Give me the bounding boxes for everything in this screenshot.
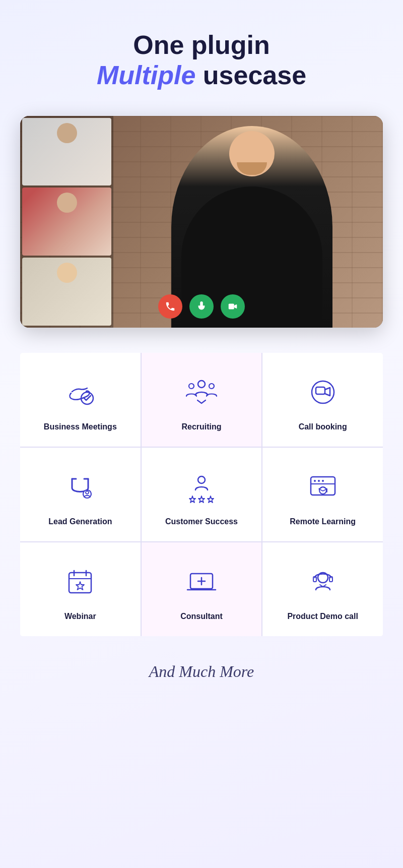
icon-remote-learning <box>303 467 343 507</box>
svg-point-2 <box>198 381 205 388</box>
svg-rect-6 <box>316 387 325 394</box>
svg-point-5 <box>312 381 334 403</box>
video-toggle-button[interactable] <box>221 294 245 319</box>
svg-rect-0 <box>229 303 234 309</box>
card-product-demo: Product Demo call <box>262 542 383 636</box>
svg-rect-10 <box>311 477 335 495</box>
card-recruiting: Recruiting <box>142 353 262 447</box>
video-section <box>20 116 383 328</box>
page-title: One plugin Multiple usecase <box>97 30 306 91</box>
card-consultant: Consultant <box>142 542 262 636</box>
svg-point-9 <box>198 476 205 483</box>
end-call-button[interactable] <box>158 294 182 319</box>
icon-consultant <box>181 562 222 602</box>
card-call-booking: Call booking <box>262 353 383 447</box>
svg-point-3 <box>189 384 194 389</box>
icon-lead-generation <box>60 467 100 507</box>
svg-point-12 <box>318 480 320 482</box>
participant-thumb-3 <box>22 258 111 326</box>
label-customer-success: Customer Success <box>165 517 238 526</box>
svg-point-4 <box>209 384 214 389</box>
participant-1-avatar <box>57 123 77 143</box>
label-remote-learning: Remote Learning <box>290 517 356 526</box>
card-webinar: Webinar <box>20 542 141 636</box>
participant-3-avatar <box>57 263 77 283</box>
label-product-demo: Product Demo call <box>287 612 358 621</box>
card-customer-success: Customer Success <box>142 448 262 541</box>
card-business-meetings: Business Meetings <box>20 353 141 447</box>
mute-button[interactable] <box>189 294 214 319</box>
call-controls[interactable] <box>158 294 245 319</box>
icon-recruiting <box>181 372 222 412</box>
icon-product-demo <box>303 562 343 602</box>
use-case-grid: Business Meetings Recruit <box>20 353 383 636</box>
label-lead-generation: Lead Generation <box>48 517 112 526</box>
icon-customer-success <box>181 467 222 507</box>
label-recruiting: Recruiting <box>181 422 221 431</box>
participant-thumb-2 <box>22 188 111 256</box>
label-webinar: Webinar <box>64 612 96 621</box>
label-call-booking: Call booking <box>299 422 347 431</box>
participant-thumbnails <box>20 116 113 328</box>
participant-2-avatar <box>57 193 77 213</box>
icon-webinar <box>60 562 100 602</box>
icon-call-booking <box>303 372 343 412</box>
italic-word: Multiple <box>97 60 195 90</box>
label-business-meetings: Business Meetings <box>44 422 117 431</box>
icon-business-meetings <box>60 372 100 412</box>
header-rest: usecase <box>195 60 306 90</box>
footer-text: And Much More <box>149 662 254 681</box>
card-lead-generation: Lead Generation <box>20 448 141 541</box>
card-remote-learning: Remote Learning <box>262 448 383 541</box>
label-consultant: Consultant <box>180 612 223 621</box>
svg-point-11 <box>314 480 316 482</box>
header: One plugin Multiple usecase <box>97 30 306 91</box>
svg-point-13 <box>322 480 324 482</box>
participant-thumb-1 <box>22 118 111 186</box>
page-wrapper: One plugin Multiple usecase <box>0 0 403 721</box>
video-main <box>20 116 383 328</box>
